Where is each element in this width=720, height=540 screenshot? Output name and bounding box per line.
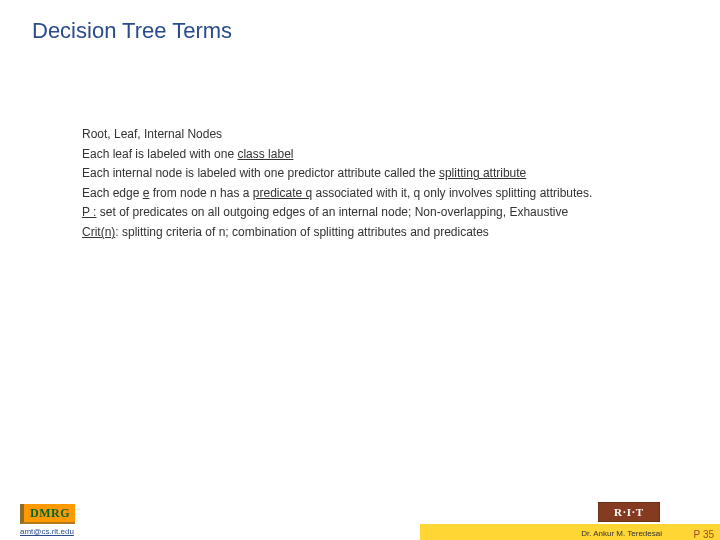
content-line: Crit(n): splitting criteria of n; combin… bbox=[82, 223, 680, 242]
email-link[interactable]: amt@cs.rit.edu bbox=[20, 527, 74, 536]
page-title: Decision Tree Terms bbox=[0, 0, 720, 44]
content-body: Root, Leaf, Internal Nodes Each leaf is … bbox=[82, 125, 680, 243]
footer: DMRG amt@cs.rit.edu R·I·T Dr. Ankur M. T… bbox=[0, 502, 720, 540]
content-line: P : set of predicates on all outgoing ed… bbox=[82, 203, 680, 222]
content-line: Each internal node is labeled with one p… bbox=[82, 164, 680, 183]
content-line: Each edge e from node n has a predicate … bbox=[82, 184, 680, 203]
content-line: Root, Leaf, Internal Nodes bbox=[82, 125, 680, 144]
author-name: Dr. Ankur M. Teredesai bbox=[581, 529, 662, 538]
dmrg-badge: DMRG bbox=[20, 504, 75, 524]
page-number: P 35 bbox=[694, 529, 714, 540]
content-line: Each leaf is labeled with one class labe… bbox=[82, 145, 680, 164]
yellow-divider-bar bbox=[420, 524, 720, 540]
rit-logo: R·I·T bbox=[598, 502, 660, 522]
